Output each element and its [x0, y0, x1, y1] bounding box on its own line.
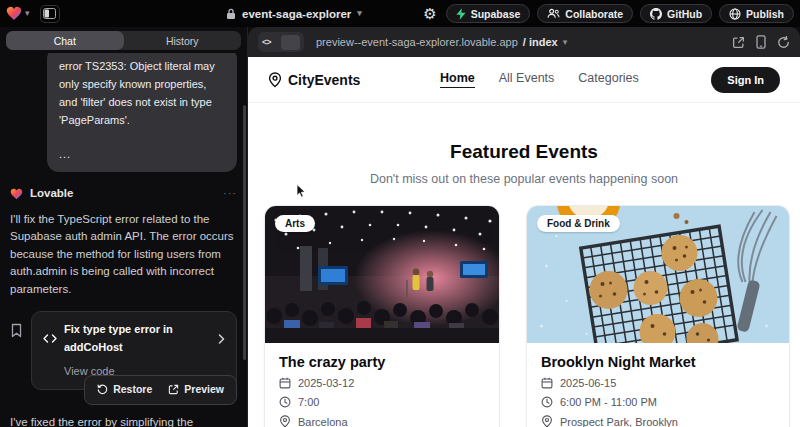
clock-icon — [279, 396, 291, 408]
chevron-down-icon: ▾ — [357, 9, 362, 18]
event-card[interactable]: Food & Drink Brooklyn Night Market 2025-… — [526, 205, 790, 427]
publish-button[interactable]: Publish — [719, 4, 794, 23]
supabase-button[interactable]: Supabase — [446, 4, 531, 23]
event-card[interactable]: Arts The crazy party 2025-03-12 — [264, 205, 500, 427]
message-menu-button[interactable]: ··· — [223, 185, 237, 203]
event-location: Prospect Park, Brooklyn — [560, 416, 678, 427]
category-badge: Arts — [275, 215, 315, 232]
calendar-icon — [279, 377, 291, 389]
globe-icon — [729, 8, 741, 20]
event-time: 7:00 — [298, 396, 319, 408]
chevron-down-icon: ▾ — [25, 9, 30, 18]
preview-path: / index — [523, 36, 558, 48]
app-viewport: CityEvents Home All Events Categories Si… — [248, 57, 800, 427]
chat-scroll-area[interactable]: error TS2353: Object literal may only sp… — [0, 53, 247, 427]
chat-scrollbar[interactable] — [243, 105, 246, 360]
toggle-sidebar-button[interactable] — [40, 5, 60, 23]
section-title: Featured Events — [248, 141, 800, 163]
lovable-heart-icon — [6, 6, 22, 21]
preview-url-selector[interactable]: preview--event-saga-explorer.lovable.app… — [316, 36, 567, 48]
github-icon — [650, 8, 662, 20]
publish-button-label: Publish — [746, 8, 784, 20]
chevron-right-icon — [218, 334, 225, 344]
event-title: The crazy party — [279, 354, 485, 370]
mobile-view-icon[interactable] — [756, 35, 766, 49]
map-pin-icon — [268, 72, 282, 88]
nav-all-events[interactable]: All Events — [499, 71, 555, 88]
restore-icon — [97, 384, 108, 395]
lovable-heart-icon — [10, 188, 23, 200]
code-change-title: Fix type type error in addCoHost — [64, 321, 211, 356]
sign-in-button[interactable]: Sign In — [711, 67, 780, 93]
user-message-bubble: error TS2353: Object literal may only sp… — [47, 47, 237, 172]
github-button[interactable]: GitHub — [640, 4, 712, 23]
preview-button-label: Preview — [184, 381, 224, 399]
event-cards-row: Arts The crazy party 2025-03-12 — [264, 205, 790, 427]
event-title: Brooklyn Night Market — [541, 354, 775, 370]
event-location: Barcelona — [298, 416, 348, 427]
nav-categories[interactable]: Categories — [578, 71, 638, 88]
clock-icon — [541, 396, 553, 408]
refresh-icon[interactable] — [777, 36, 790, 49]
chat-sidebar: Chat History error TS2353: Object litera… — [0, 27, 248, 427]
code-icon: <> — [262, 37, 271, 47]
bookmark-icon[interactable] — [10, 323, 23, 338]
toggle-knob — [281, 35, 300, 50]
calendar-icon — [541, 377, 553, 389]
nav-home[interactable]: Home — [440, 71, 475, 88]
event-date: 2025-03-12 — [298, 377, 354, 389]
event-time: 6:00 PM - 11:00 PM — [560, 396, 657, 408]
event-date: 2025-06-15 — [560, 377, 616, 389]
category-badge: Food & Drink — [537, 215, 620, 232]
restore-button-label: Restore — [113, 381, 152, 399]
collaborate-button[interactable]: Collaborate — [537, 4, 633, 23]
preview-toolbar: <> preview--event-saga-explorer.lovable.… — [248, 27, 800, 57]
code-icon — [43, 334, 57, 343]
supabase-bolt-icon — [456, 8, 466, 20]
brand-name: CityEvents — [288, 72, 360, 88]
tab-chat[interactable]: Chat — [6, 31, 124, 50]
project-selector[interactable]: event-saga-explorer ▾ — [226, 0, 362, 27]
assistant-message-1: I'll fix the TypeScript error related to… — [10, 211, 237, 299]
event-image-party: Arts — [265, 206, 499, 343]
project-name: event-saga-explorer — [242, 8, 351, 20]
message-ellipsis: ... — [59, 145, 225, 163]
supabase-button-label: Supabase — [471, 8, 521, 20]
people-icon — [547, 8, 560, 19]
code-view-toggle[interactable]: <> — [258, 32, 304, 52]
preview-button[interactable]: Preview — [161, 379, 231, 401]
tab-history[interactable]: History — [124, 31, 242, 50]
event-image-cookies: Food & Drink — [527, 206, 789, 343]
mouse-cursor — [296, 184, 308, 198]
github-button-label: GitHub — [667, 8, 702, 20]
app-header: CityEvents Home All Events Categories Si… — [248, 57, 800, 103]
message-2-text: I've fixed the error by simplifying the … — [10, 416, 193, 427]
top-bar: ▾ event-saga-explorer ▾ ⚙ Supabase — [0, 0, 800, 27]
chevron-down-icon: ▾ — [563, 38, 568, 47]
assistant-name: Lovable — [30, 185, 73, 203]
user-message-text: error TS2353: Object literal may only sp… — [59, 60, 215, 126]
section-subtitle: Don't miss out on these popular events h… — [248, 172, 800, 186]
restore-preview-toolbar: Restore Preview — [84, 375, 237, 405]
restore-button[interactable]: Restore — [90, 379, 159, 401]
lock-icon — [226, 8, 236, 20]
assistant-message-2: I've fixed the error by simplifying the … — [10, 414, 237, 427]
external-link-icon — [168, 384, 179, 395]
chat-history-tabs: Chat History — [6, 31, 241, 50]
preview-pane: <> preview--event-saga-explorer.lovable.… — [248, 27, 800, 427]
settings-gear-icon[interactable]: ⚙ — [421, 6, 438, 21]
app-brand[interactable]: CityEvents — [268, 72, 360, 88]
map-pin-icon — [279, 415, 291, 427]
preview-url: preview--event-saga-explorer.lovable.app — [316, 36, 518, 48]
app-nav: Home All Events Categories — [440, 71, 639, 88]
collaborate-button-label: Collaborate — [565, 8, 623, 20]
map-pin-icon — [541, 415, 553, 427]
panel-icon — [43, 8, 56, 19]
open-in-new-tab-icon[interactable] — [732, 36, 745, 49]
lovable-logo-menu[interactable]: ▾ — [6, 6, 30, 21]
